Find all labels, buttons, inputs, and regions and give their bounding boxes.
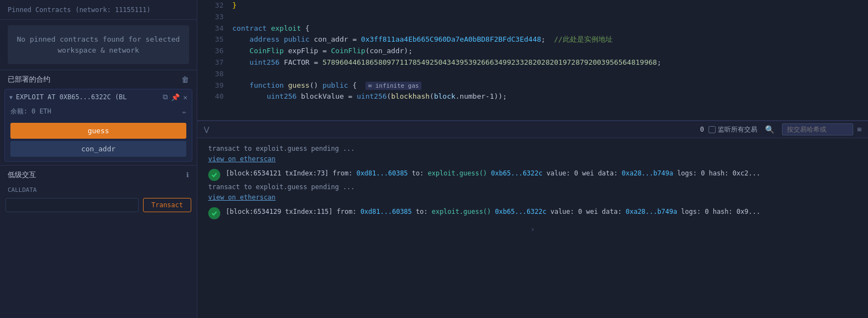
log-tx-text-1: [block:6534121 txIndex:73] from: 0xd81..… <box>226 168 760 178</box>
watch-all-text: 监听所有交易 <box>718 125 757 134</box>
edit-icon[interactable]: ✏ <box>182 108 186 116</box>
log-tx-1: [block:6534121 txIndex:73] from: 0xd81..… <box>208 168 857 181</box>
balance-label: 余额: 0 ETH <box>10 107 52 116</box>
trash-icon[interactable]: 🗑 <box>181 75 189 84</box>
log-tx-2: [block:6534129 txIndex:115] from: 0xd81.… <box>208 207 857 219</box>
calldata-row: Transact <box>0 196 197 217</box>
close-icon[interactable]: ✕ <box>183 93 187 101</box>
info-icon[interactable]: ℹ <box>186 171 189 179</box>
guess-button[interactable]: guess <box>10 123 186 139</box>
code-line-39: 39 function guess() public { ∞ infinite … <box>197 80 868 92</box>
expand-icon[interactable]: ⊞ <box>858 126 861 133</box>
log-pending-2: transact to exploit.guess pending ... <box>208 183 857 191</box>
code-line-38: 38 <box>197 69 868 80</box>
log-tx-text-2: [block:6534129 txIndex:115] from: 0xd81.… <box>226 207 760 217</box>
code-editor: 32 } 33 34 contract exploit { 35 address… <box>197 0 868 121</box>
expand-bottom[interactable]: › <box>208 225 857 234</box>
code-line-36: 36 CoinFlip expFlip = CoinFlip(con_addr)… <box>197 46 868 57</box>
pin-icon[interactable]: 📌 <box>171 93 180 101</box>
fold-button[interactable]: ⋁ <box>204 126 209 133</box>
search-input[interactable] <box>782 123 853 135</box>
low-level-section: 低级交互 ℹ <box>0 165 197 184</box>
low-level-label: 低级交互 <box>8 170 36 180</box>
log-entry-1: transact to exploit.guess pending ... vi… <box>208 145 857 163</box>
no-pinned-box: No pinned contracts found for selected w… <box>8 25 189 64</box>
calldata-input[interactable] <box>5 198 139 212</box>
calldata-label: CALLDATA <box>0 184 197 196</box>
code-line-40: 40 uint256 blockValue = uint256(blockhas… <box>197 91 868 103</box>
check-circle-1 <box>208 169 220 181</box>
code-line-35: 35 address public con_addr = 0x3ff811aa4… <box>197 34 868 46</box>
deployed-contracts-section: 已部署的合约 🗑 <box>0 70 197 89</box>
watch-all-checkbox[interactable] <box>709 126 716 133</box>
contract-item-header: ▼ EXPLOIT AT 0XB65...6322C (BL ⧉ 📌 ✕ <box>5 89 192 105</box>
etherscan-link-1[interactable]: view on etherscan <box>208 155 276 163</box>
copy-icon[interactable]: ⧉ <box>163 93 168 101</box>
pinned-contracts-header: Pinned Contracts (network: 11155111) <box>0 0 197 20</box>
no-pinned-message: No pinned contracts found for selected w… <box>17 35 180 54</box>
search-button[interactable]: 🔍 <box>762 124 778 135</box>
contract-name: EXPLOIT AT 0XB65...6322C (BL <box>16 93 159 101</box>
code-line-33: 33 <box>197 12 868 23</box>
contract-item: ▼ EXPLOIT AT 0XB65...6322C (BL ⧉ 📌 ✕ 余额:… <box>4 89 192 162</box>
deployed-contracts-label: 已部署的合约 <box>8 75 50 84</box>
check-circle-2 <box>208 207 220 219</box>
etherscan-link-2[interactable]: view on etherscan <box>208 194 276 201</box>
log-entry-3: [block:6534129 txIndex:115] from: 0xd81.… <box>208 207 857 219</box>
right-panel: 32 } 33 34 contract exploit { 35 address… <box>197 0 868 318</box>
log-entry-2: [block:6534121 txIndex:73] from: 0xd81..… <box>208 168 857 201</box>
watch-all-label[interactable]: 监听所有交易 <box>709 125 757 134</box>
balance-row: 余额: 0 ETH ✏ <box>5 105 192 121</box>
chevron-down-icon[interactable]: ▼ <box>9 94 13 100</box>
transact-button[interactable]: Transact <box>143 198 191 212</box>
code-line-37: 37 uint256 FACTOR = 57896044618658097711… <box>197 57 868 69</box>
log-pending-1: transact to exploit.guess pending ... <box>208 145 857 152</box>
tx-count: 0 <box>700 126 704 133</box>
main-layout: Pinned Contracts (network: 11155111) No … <box>0 0 868 318</box>
contract-actions: ⧉ 📌 ✕ <box>163 93 187 101</box>
network-label: (network: 11155111) <box>75 6 150 14</box>
code-line-34: 34 contract exploit { <box>197 23 868 35</box>
con-addr-button[interactable]: con_addr <box>10 141 186 157</box>
terminal-bar: ⋁ 0 监听所有交易 🔍 ⊞ <box>197 121 868 138</box>
pinned-contracts-title: Pinned Contracts <box>8 6 71 14</box>
code-line-32: 32 } <box>197 0 868 12</box>
terminal-panel: transact to exploit.guess pending ... vi… <box>197 138 868 318</box>
left-panel: Pinned Contracts (network: 11155111) No … <box>0 0 197 318</box>
